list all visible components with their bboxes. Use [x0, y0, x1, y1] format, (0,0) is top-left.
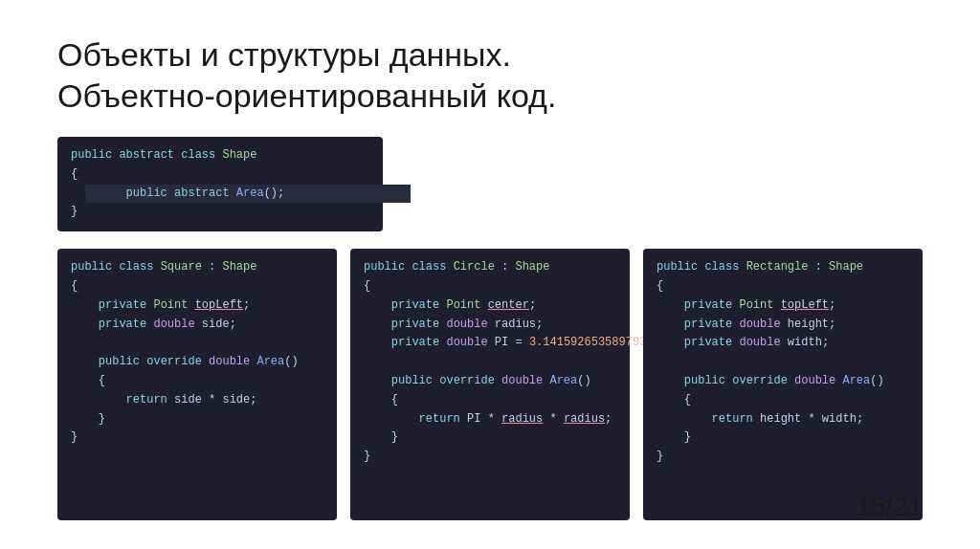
rectangle-code-block: public class Rectangle : Shape { private… [643, 249, 923, 520]
slide-title: Объекты и структуры данных. Объектно-ори… [57, 34, 923, 116]
square-code-block: public class Square : Shape { private Po… [57, 249, 337, 520]
rectangle-code-pre: public class Rectangle : Shape { private… [657, 258, 909, 467]
circle-code-block: public class Circle : Shape { private Po… [350, 249, 630, 520]
bottom-code-row: public class Square : Shape { private Po… [57, 249, 923, 520]
slide: Объекты и структуры данных. Объектно-ори… [0, 0, 980, 549]
page-indicator: 15/21 [856, 492, 923, 522]
circle-code-pre: public class Circle : Shape { private Po… [364, 258, 616, 467]
top-code-pre: public abstract class Shape { public abs… [71, 146, 369, 222]
square-code-pre: public class Square : Shape { private Po… [71, 258, 323, 448]
top-code-block: public abstract class Shape { public abs… [57, 137, 383, 231]
